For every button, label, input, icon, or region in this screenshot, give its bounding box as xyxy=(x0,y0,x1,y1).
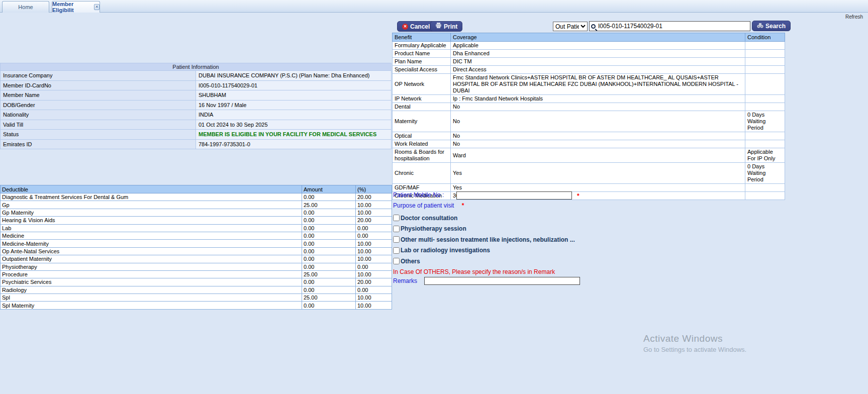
amount-cell: 25.00 xyxy=(302,270,356,278)
table-row: Gp25.0010.00 xyxy=(1,201,392,209)
table-row: Insurance CompanyDUBAI INSURANCE COMPANY… xyxy=(1,71,392,81)
condition-cell xyxy=(745,184,785,192)
cancel-button[interactable]: Cancel xyxy=(397,21,435,32)
tab-home[interactable]: Home xyxy=(2,1,49,13)
table-row: DentalNo xyxy=(393,103,785,111)
table-row: Outpatient Maternity0.0010.00 xyxy=(1,255,392,263)
condition-cell xyxy=(745,50,785,58)
purpose-checkbox-3[interactable] xyxy=(393,247,400,254)
field-label: Emirates ID xyxy=(1,139,196,149)
percent-cell: 20.00 xyxy=(356,193,392,201)
amount-cell: 0.00 xyxy=(302,263,356,270)
table-header-row: Deductible Amount (%) xyxy=(1,185,392,193)
purpose-option-0[interactable]: Doctor consultation xyxy=(393,215,780,222)
amount-cell: 0.00 xyxy=(302,209,356,216)
table-row: Op Ante-Natal Services0.0010.00 xyxy=(1,247,392,255)
table-row: StatusMEMBER IS ELIGIBLE IN YOUR FACILIT… xyxy=(1,130,392,140)
coverage-cell: No xyxy=(451,111,745,132)
table-row: Procedure25.0010.00 xyxy=(1,270,392,278)
mobile-input[interactable] xyxy=(456,191,572,200)
table-row: Psychiatric Services0.0020.00 xyxy=(1,278,392,286)
purpose-option-4[interactable]: Others xyxy=(393,258,780,265)
purpose-checkbox-label: Others xyxy=(401,258,420,265)
table-row: Radiology0.000.00 xyxy=(1,286,392,293)
amount-cell: 0.00 xyxy=(302,240,356,247)
tab-member-eligibility[interactable]: Member Eligibilit ✕ xyxy=(52,1,100,13)
table-row: Diagnostic & Treatment Services For Dent… xyxy=(1,193,392,201)
percent-cell: 20.00 xyxy=(356,278,392,286)
coverage-column-header: Coverage xyxy=(451,33,745,42)
table-row: Formulary ApplicableApplicable xyxy=(393,42,785,50)
patient-information-title: Patient Information xyxy=(1,63,392,71)
condition-column-header: Condition xyxy=(745,33,785,42)
table-row: OpticalNo xyxy=(393,132,785,140)
percent-cell: 10.00 xyxy=(356,209,392,216)
amount-cell: 0.00 xyxy=(302,217,356,224)
condition-cell: Applicable For IP Only xyxy=(745,148,785,163)
percent-cell: 0.00 xyxy=(356,286,392,293)
benefit-cell: Specialist Access xyxy=(393,66,451,74)
table-row: Physiotherapy0.000.00 xyxy=(1,263,392,270)
others-note: In Case Of OTHERS, Please specify the re… xyxy=(393,268,780,276)
deductible-name-cell: Psychiatric Services xyxy=(1,278,302,286)
coverage-cell: DIC TM xyxy=(451,58,745,66)
search-input[interactable] xyxy=(597,22,748,30)
deductible-name-cell: Radiology xyxy=(1,286,302,293)
percent-column-header: (%) xyxy=(356,185,392,193)
purpose-checkbox-2[interactable] xyxy=(393,236,400,243)
amount-cell: 25.00 xyxy=(302,294,356,302)
purpose-checkbox-0[interactable] xyxy=(393,215,400,221)
print-button[interactable]: Print xyxy=(430,21,462,32)
remarks-label: Remarks xyxy=(393,277,417,284)
percent-cell: 10.00 xyxy=(356,240,392,247)
purpose-option-3[interactable]: Lab or radiology investigations xyxy=(393,247,780,254)
coverage-cell: Dha Enhanced xyxy=(451,50,745,58)
deductible-table: Deductible Amount (%) Diagnostic & Treat… xyxy=(0,185,392,310)
condition-cell xyxy=(745,74,785,95)
purpose-option-2[interactable]: Other multi- session treatment like inje… xyxy=(393,236,780,243)
remarks-input[interactable] xyxy=(424,277,580,285)
benefit-cell: Product Name xyxy=(393,50,451,58)
tab-home-label: Home xyxy=(18,4,33,10)
benefit-cell: Work Related xyxy=(393,140,451,148)
table-row: Member ID-CardNoI005-010-117540029-01 xyxy=(1,80,392,90)
coverage-cell: Yes xyxy=(451,184,745,192)
search-button[interactable]: Search xyxy=(752,21,791,31)
purpose-option-1[interactable]: Physiotherapy session xyxy=(393,225,780,232)
condition-cell xyxy=(745,95,785,103)
purpose-label: Purpose of patient visit xyxy=(393,202,454,209)
deductible-name-cell: Spl xyxy=(1,294,302,302)
purpose-checkbox-1[interactable] xyxy=(393,226,400,232)
field-value: 16 Nov 1997 / Male xyxy=(196,100,392,110)
benefit-cell: Plan Name xyxy=(393,58,451,66)
purpose-checkbox-4[interactable] xyxy=(393,258,400,264)
benefit-cell: GDF/MAF xyxy=(393,184,451,192)
coverage-cell: No xyxy=(451,140,745,148)
benefit-cell: Optical xyxy=(393,132,451,140)
refresh-link[interactable]: Refresh xyxy=(845,14,863,20)
purpose-checkbox-label: Physiotherapy session xyxy=(401,225,466,232)
amount-cell: 25.00 xyxy=(302,201,356,209)
amount-cell: 0.00 xyxy=(302,302,356,309)
table-row: Gp Maternity0.0010.00 xyxy=(1,209,392,216)
condition-cell xyxy=(745,58,785,66)
amount-cell: 0.00 xyxy=(302,224,356,232)
close-icon[interactable]: ✕ xyxy=(94,4,100,10)
benefit-cell: Dental xyxy=(393,103,451,111)
table-row: Hearing & Vision Aids0.0020.00 xyxy=(1,217,392,224)
tab-bar: Home Member Eligibilit ✕ xyxy=(0,0,868,13)
mobile-row: Patient Mobile No : * xyxy=(393,191,780,202)
amount-cell: 0.00 xyxy=(302,232,356,239)
printer-icon xyxy=(435,23,442,30)
condition-cell xyxy=(745,66,785,74)
deductible-name-cell: Medicine xyxy=(1,232,302,239)
table-row: Medicine0.000.00 xyxy=(1,232,392,239)
table-row: Medicine-Maternity0.0010.00 xyxy=(1,240,392,247)
amount-cell: 0.00 xyxy=(302,247,356,255)
percent-cell: 10.00 xyxy=(356,294,392,302)
condition-cell xyxy=(745,103,785,111)
search-box[interactable] xyxy=(589,21,750,31)
table-row: Plan NameDIC TM xyxy=(393,58,785,66)
table-row: MaternityNo0 Days Waiting Period xyxy=(393,111,785,132)
patient-type-select[interactable]: Out Patient xyxy=(553,22,588,31)
